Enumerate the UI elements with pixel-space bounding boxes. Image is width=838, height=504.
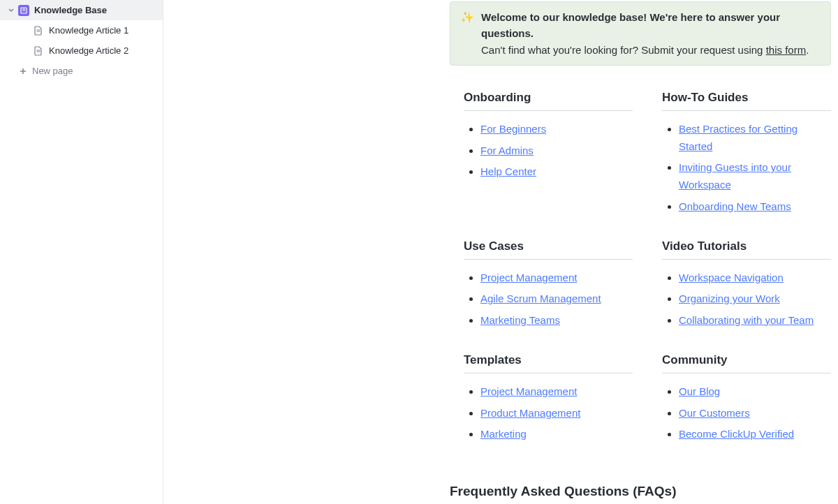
content-link[interactable]: Our Customers xyxy=(679,407,750,419)
new-page-button[interactable]: New page xyxy=(0,61,163,81)
section-column: CommunityOur BlogOur CustomersBecome Cli… xyxy=(662,353,831,447)
section-title: Onboarding xyxy=(464,91,633,111)
callout-form-link[interactable]: this form xyxy=(766,44,807,56)
content-link[interactable]: Become ClickUp Verified xyxy=(679,428,794,440)
section-column: OnboardingFor BeginnersFor AdminsHelp Ce… xyxy=(464,91,633,220)
content-link[interactable]: Help Center xyxy=(480,165,536,177)
list-item: Marketing Teams xyxy=(480,312,633,329)
section-title: How-To Guides xyxy=(662,91,831,111)
document-icon xyxy=(33,25,44,36)
document-icon xyxy=(33,45,44,57)
list-item: Agile Scrum Management xyxy=(480,290,633,308)
new-page-label: New page xyxy=(32,66,73,76)
content-link[interactable]: Inviting Guests into your Workspace xyxy=(679,161,791,191)
link-list: Workspace NavigationOrganizing your Work… xyxy=(662,269,831,329)
sidebar-item-label: Knowledge Article 1 xyxy=(49,25,128,36)
section-title: Video Tutorials xyxy=(662,239,831,260)
list-item: Organizing your Work xyxy=(679,290,831,308)
link-list: Best Practices for Getting StartedInviti… xyxy=(662,121,831,216)
list-item: Project Management xyxy=(480,269,633,287)
section-title: Community xyxy=(662,353,831,373)
content-link[interactable]: Organizing your Work xyxy=(679,292,780,304)
sidebar-item-article-1[interactable]: Knowledge Article 1 xyxy=(0,20,163,40)
plus-icon xyxy=(18,66,28,76)
welcome-callout: ✨ Welcome to our knowledge base! We're h… xyxy=(450,1,831,66)
list-item: Project Management xyxy=(480,383,633,401)
sparkles-icon: ✨ xyxy=(460,9,474,58)
sidebar-item-article-2[interactable]: Knowledge Article 2 xyxy=(0,40,163,61)
list-item: Workspace Navigation xyxy=(679,269,831,287)
content-link[interactable]: For Admins xyxy=(480,144,534,156)
content-link[interactable]: Agile Scrum Management xyxy=(480,292,601,304)
section-column: TemplatesProject ManagementProduct Manag… xyxy=(464,353,633,447)
callout-line2-pre: Can't find what you're looking for? Subm… xyxy=(481,44,766,56)
list-item: Marketing xyxy=(480,426,633,443)
section-title: Templates xyxy=(464,353,633,373)
content-link[interactable]: Best Practices for Getting Started xyxy=(679,123,797,152)
list-item: For Admins xyxy=(480,142,633,160)
section-column: Use CasesProject ManagementAgile Scrum M… xyxy=(464,239,633,334)
section-column: How-To GuidesBest Practices for Getting … xyxy=(662,91,831,220)
link-list: Project ManagementProduct ManagementMark… xyxy=(464,383,633,443)
chevron-down-icon xyxy=(7,6,15,15)
list-item: Become ClickUp Verified xyxy=(679,426,831,443)
link-list: Project ManagementAgile Scrum Management… xyxy=(464,269,633,329)
list-item: Our Blog xyxy=(679,383,831,401)
link-list: Our BlogOur CustomersBecome ClickUp Veri… xyxy=(662,383,831,443)
link-list: For BeginnersFor AdminsHelp Center xyxy=(464,121,633,181)
content-link[interactable]: Product Management xyxy=(480,407,580,419)
sidebar-item-knowledge-base[interactable]: Knowledge Base xyxy=(0,0,163,20)
content-link[interactable]: Project Management xyxy=(480,385,577,397)
section-title: Use Cases xyxy=(464,239,633,260)
faq-heading: Frequently Asked Questions (FAQs) xyxy=(450,484,831,504)
list-item: Onboarding New Teams xyxy=(679,198,831,216)
content-link[interactable]: For Beginners xyxy=(480,123,546,135)
list-item: Product Management xyxy=(480,405,633,422)
main-content: ✨ Welcome to our knowledge base! We're h… xyxy=(163,0,838,504)
list-item: Best Practices for Getting Started xyxy=(679,121,831,156)
content-link[interactable]: Our Blog xyxy=(679,385,720,397)
list-item: Our Customers xyxy=(679,405,831,422)
list-item: For Beginners xyxy=(480,121,633,138)
callout-headline: Welcome to our knowledge base! We're her… xyxy=(481,11,780,39)
content-link[interactable]: Onboarding New Teams xyxy=(679,200,791,212)
content-link[interactable]: Marketing Teams xyxy=(480,314,560,326)
list-item: Collaborating with your Team xyxy=(679,312,831,329)
content-link[interactable]: Collaborating with your Team xyxy=(679,314,814,326)
content-link[interactable]: Marketing xyxy=(480,428,527,440)
sidebar-item-label: Knowledge Article 2 xyxy=(49,45,128,56)
callout-body: Welcome to our knowledge base! We're her… xyxy=(481,9,821,58)
sidebar: Knowledge Base Knowledge Article 1 Knowl… xyxy=(0,0,163,504)
list-item: Help Center xyxy=(480,163,633,181)
book-icon xyxy=(18,5,29,16)
sidebar-item-label: Knowledge Base xyxy=(34,5,107,15)
section-column: Video TutorialsWorkspace NavigationOrgan… xyxy=(662,239,831,334)
list-item: Inviting Guests into your Workspace xyxy=(679,159,831,194)
callout-line2-post: . xyxy=(806,44,809,56)
content-link[interactable]: Workspace Navigation xyxy=(679,272,784,283)
content-link[interactable]: Project Management xyxy=(480,272,577,283)
